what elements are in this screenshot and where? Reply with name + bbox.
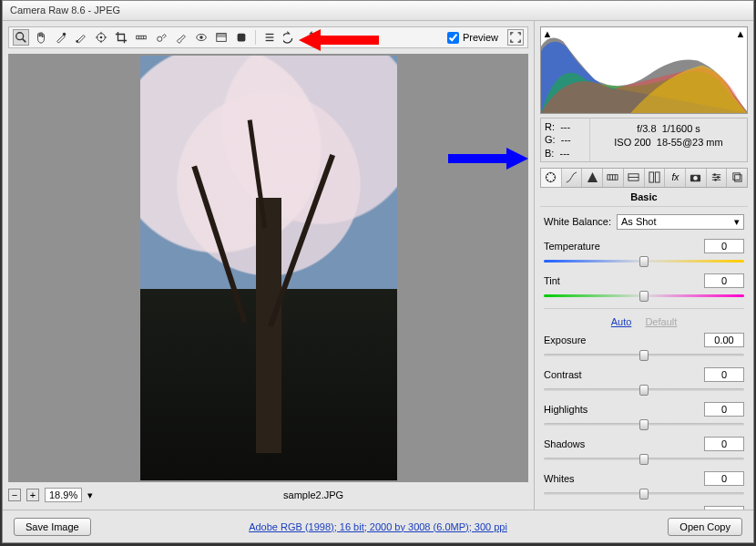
highlight-clip-warning-icon[interactable]: ▲	[736, 29, 745, 38]
r-value: ---	[560, 121, 570, 132]
aperture-value: f/3.8	[637, 123, 656, 134]
whites-value[interactable]: 0	[704, 471, 744, 486]
tab-effects[interactable]: fx	[665, 169, 686, 187]
panel-title: Basic	[540, 188, 748, 207]
tab-camera-calibration[interactable]	[686, 169, 707, 187]
shadows-value[interactable]: 0	[704, 437, 744, 451]
info-readout: R: --- G: --- B: --- f/3.8 1/1600 s ISO …	[540, 118, 748, 162]
save-image-button[interactable]: Save Image	[14, 518, 91, 536]
whites-label: Whites	[544, 473, 699, 484]
tab-detail[interactable]	[582, 169, 603, 187]
tint-value[interactable]: 0	[704, 273, 744, 288]
straighten-tool-icon[interactable]	[133, 29, 149, 46]
lens-value: 18-55@23 mm	[657, 137, 723, 148]
camera-raw-window: Camera Raw 8.6 - JPEG	[2, 0, 754, 543]
svg-point-5	[100, 36, 103, 39]
adjustment-tabs: fx	[540, 168, 748, 188]
left-pane: Preview − + 18.9% ▾ sample2.	[3, 21, 535, 510]
svg-point-38	[713, 174, 716, 177]
spot-removal-tool-icon[interactable]	[153, 29, 169, 46]
wb-label: White Balance:	[544, 216, 611, 227]
tab-hsl[interactable]	[603, 169, 624, 187]
highlights-value[interactable]: 0	[704, 402, 744, 417]
camera-meta: f/3.8 1/1600 s ISO 200 18-55@23 mm	[590, 118, 747, 161]
open-copy-button[interactable]: Open Copy	[668, 518, 742, 536]
tint-slider[interactable]	[544, 290, 744, 301]
temperature-value[interactable]: 0	[704, 239, 744, 253]
titlebar: Camera Raw 8.6 - JPEG	[3, 1, 753, 21]
exposure-slider[interactable]	[544, 349, 744, 360]
color-sampler-tool-icon[interactable]	[73, 29, 89, 46]
white-balance-tool-icon[interactable]	[53, 29, 69, 46]
window-title: Camera Raw 8.6 - JPEG	[10, 5, 120, 15]
shadows-label: Shadows	[544, 438, 699, 449]
workflow-options-link[interactable]: Adobe RGB (1998); 16 bit; 2000 by 3008 (…	[249, 521, 507, 532]
image-preview-area[interactable]	[8, 54, 528, 482]
default-link[interactable]: Default	[645, 316, 677, 327]
svg-rect-41	[733, 173, 740, 180]
rotate-ccw-icon[interactable]	[281, 29, 298, 46]
tab-lens-corrections[interactable]	[645, 169, 666, 187]
highlights-label: Highlights	[544, 404, 699, 415]
separator	[255, 30, 256, 45]
auto-link[interactable]: Auto	[611, 316, 632, 327]
tint-label: Tint	[544, 275, 699, 286]
preview-checkbox[interactable]: Preview	[447, 32, 498, 44]
rgb-readout: R: --- G: --- B: ---	[541, 118, 590, 161]
svg-point-34	[693, 176, 698, 180]
whites-slider[interactable]	[544, 488, 744, 499]
shadows-slider[interactable]	[544, 453, 744, 464]
exposure-value[interactable]: 0.00	[704, 333, 744, 347]
histogram[interactable]: ▲ ▲	[540, 26, 748, 114]
crop-tool-icon[interactable]	[113, 29, 129, 46]
basic-panel: White Balance: As Shot▾ Temperature0 Tin…	[535, 207, 753, 510]
graduated-filter-tool-icon[interactable]	[213, 29, 230, 46]
svg-point-16	[199, 36, 203, 39]
svg-rect-31	[655, 172, 659, 182]
highlights-slider[interactable]	[544, 418, 744, 429]
wb-value: As Shot	[621, 216, 657, 228]
g-value: ---	[561, 134, 571, 145]
rotate-cw-icon[interactable]	[301, 29, 318, 46]
shadow-clip-warning-icon[interactable]: ▲	[543, 29, 552, 38]
photo-preview	[140, 56, 397, 480]
svg-point-40	[714, 179, 717, 181]
contrast-slider[interactable]	[544, 384, 744, 395]
svg-point-39	[717, 176, 720, 179]
tab-split-toning[interactable]	[624, 169, 645, 187]
tab-basic[interactable]	[541, 169, 562, 187]
svg-rect-19	[238, 34, 246, 42]
temperature-slider[interactable]	[544, 255, 744, 266]
zoom-out-button[interactable]: −	[8, 489, 21, 501]
temperature-label: Temperature	[544, 241, 699, 252]
zoom-tool-icon[interactable]	[13, 29, 29, 46]
iso-value: ISO 200	[614, 137, 650, 148]
radial-filter-tool-icon[interactable]	[233, 29, 250, 46]
zoom-dropdown-icon[interactable]: ▾	[87, 489, 93, 501]
right-panel: ▲ ▲ R: --- G: --- B: --- f/3.8 1/1	[535, 21, 753, 510]
tab-presets[interactable]	[707, 169, 728, 187]
zoom-bar: − + 18.9% ▾ sample2.JPG	[8, 486, 528, 504]
red-eye-tool-icon[interactable]	[193, 29, 209, 46]
svg-rect-42	[734, 175, 741, 181]
svg-point-3	[76, 40, 78, 43]
targeted-adjustment-tool-icon[interactable]	[93, 29, 109, 46]
footer-bar: Save Image Adobe RGB (1998); 16 bit; 200…	[3, 510, 753, 542]
fullscreen-toggle-icon[interactable]	[507, 29, 524, 46]
svg-rect-18	[217, 34, 227, 37]
top-toolbar: Preview	[8, 26, 528, 48]
preferences-tool-icon[interactable]	[261, 29, 278, 46]
tab-tone-curve[interactable]	[562, 169, 583, 187]
svg-point-0	[16, 33, 24, 40]
tab-snapshots[interactable]	[727, 169, 747, 187]
wb-select[interactable]: As Shot▾	[617, 214, 744, 230]
preview-label: Preview	[463, 32, 498, 43]
preview-checkbox-input[interactable]	[447, 32, 459, 44]
b-value: ---	[560, 148, 570, 159]
zoom-in-button[interactable]: +	[26, 489, 39, 501]
adjustment-brush-tool-icon[interactable]	[173, 29, 189, 46]
zoom-level-select[interactable]: 18.9%	[45, 488, 82, 502]
filename-label: sample2.JPG	[98, 489, 528, 500]
hand-tool-icon[interactable]	[33, 29, 49, 46]
contrast-value[interactable]: 0	[704, 367, 744, 382]
